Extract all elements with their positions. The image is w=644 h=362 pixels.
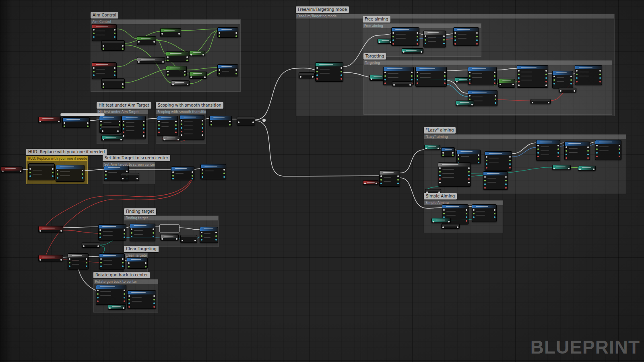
output-pin[interactable] [557, 156, 559, 157]
graph-canvas[interactable]: Aim ControlAim ControlHit test under Aim… [0, 0, 644, 362]
output-pin[interactable] [143, 135, 144, 137]
blueprint-node[interactable] [578, 166, 596, 171]
blueprint-node[interactable] [137, 57, 165, 64]
input-pin[interactable] [219, 73, 220, 74]
output-pin[interactable] [421, 51, 422, 53]
output-pin[interactable] [143, 132, 144, 133]
input-pin[interactable] [566, 157, 567, 159]
output-pin[interactable] [568, 168, 570, 169]
input-pin[interactable] [57, 177, 58, 179]
input-pin[interactable] [103, 45, 104, 47]
input-pin[interactable] [100, 121, 102, 122]
output-pin[interactable] [494, 209, 495, 211]
output-pin[interactable] [82, 173, 83, 175]
green-wire[interactable] [181, 29, 217, 31]
output-pin[interactable] [153, 302, 155, 304]
output-pin[interactable] [599, 77, 601, 79]
output-pin[interactable] [52, 172, 54, 173]
input-pin[interactable] [469, 99, 471, 100]
input-pin[interactable] [167, 56, 169, 58]
output-pin[interactable] [417, 43, 418, 45]
green-wire[interactable] [205, 31, 217, 53]
output-pin[interactable] [509, 156, 511, 158]
blueprint-node[interactable] [92, 24, 117, 41]
blueprint-node[interactable] [189, 72, 207, 79]
input-pin[interactable] [384, 82, 386, 84]
input-pin[interactable] [458, 158, 459, 160]
blueprint-node[interactable] [498, 79, 515, 88]
output-pin[interactable] [494, 79, 495, 80]
input-pin[interactable] [316, 74, 318, 76]
input-pin[interactable] [518, 74, 520, 75]
input-pin[interactable] [458, 154, 459, 156]
blueprint-node[interactable] [38, 226, 63, 232]
blueprint-node[interactable] [468, 67, 497, 85]
input-pin[interactable] [566, 154, 567, 155]
input-pin[interactable] [486, 160, 487, 161]
input-pin[interactable] [39, 259, 41, 261]
input-pin[interactable] [425, 39, 426, 41]
input-pin[interactable] [202, 173, 203, 174]
output-pin[interactable] [417, 32, 418, 34]
output-pin[interactable] [444, 72, 446, 73]
blueprint-node[interactable] [441, 147, 455, 157]
input-pin[interactable] [93, 36, 95, 38]
blueprint-node[interactable] [56, 165, 85, 182]
input-pin[interactable] [57, 173, 58, 175]
input-pin[interactable] [202, 169, 203, 171]
input-pin[interactable] [97, 290, 99, 291]
exec-wire[interactable] [447, 70, 468, 71]
input-pin[interactable] [172, 171, 174, 173]
input-pin[interactable] [392, 39, 394, 41]
input-pin[interactable] [576, 81, 578, 82]
output-pin[interactable] [192, 175, 193, 177]
input-pin[interactable] [181, 131, 182, 132]
blueprint-node[interactable] [163, 136, 180, 141]
blueprint-node[interactable] [363, 180, 378, 185]
output-pin[interactable] [87, 122, 89, 124]
green-wire[interactable] [571, 167, 578, 168]
output-pin[interactable] [184, 71, 186, 72]
output-pin[interactable] [505, 176, 507, 178]
comment-title-tab[interactable]: Finding target [124, 208, 156, 215]
input-pin[interactable] [417, 75, 418, 77]
input-pin[interactable] [537, 156, 539, 157]
blueprint-node[interactable] [423, 31, 446, 47]
input-pin[interactable] [138, 41, 140, 43]
input-pin[interactable] [392, 36, 394, 37]
output-pin[interactable] [58, 121, 60, 122]
input-pin[interactable] [131, 228, 132, 230]
input-pin[interactable] [161, 238, 163, 240]
output-pin[interactable] [223, 176, 225, 178]
output-pin[interactable] [86, 265, 87, 267]
red-wire[interactable] [63, 230, 98, 233]
blueprint-node[interactable] [127, 257, 148, 269]
blueprint-node[interactable] [101, 78, 125, 89]
output-pin[interactable] [235, 73, 237, 74]
blueprint-node[interactable] [402, 48, 423, 53]
output-pin[interactable] [122, 45, 124, 47]
output-pin[interactable] [126, 171, 128, 172]
output-pin[interactable] [202, 134, 203, 136]
input-pin[interactable] [403, 51, 405, 53]
input-pin[interactable] [596, 148, 598, 150]
output-pin[interactable] [114, 67, 116, 69]
input-pin[interactable] [103, 83, 104, 85]
input-pin[interactable] [576, 70, 578, 72]
output-pin[interactable] [545, 74, 547, 75]
output-pin[interactable] [494, 216, 495, 218]
input-pin[interactable] [469, 79, 471, 80]
output-pin[interactable] [545, 84, 547, 86]
green-wire[interactable] [156, 39, 166, 54]
input-pin[interactable] [596, 152, 598, 154]
input-pin[interactable] [384, 75, 386, 77]
blueprint-node[interactable] [38, 117, 61, 123]
blueprint-node[interactable] [552, 165, 571, 170]
exec-wire[interactable] [497, 68, 517, 70]
input-pin[interactable] [486, 156, 487, 158]
output-pin[interactable] [124, 297, 125, 298]
input-pin[interactable] [100, 265, 102, 267]
output-pin[interactable] [153, 299, 155, 300]
output-pin[interactable] [187, 84, 188, 85]
output-pin[interactable] [120, 139, 122, 140]
